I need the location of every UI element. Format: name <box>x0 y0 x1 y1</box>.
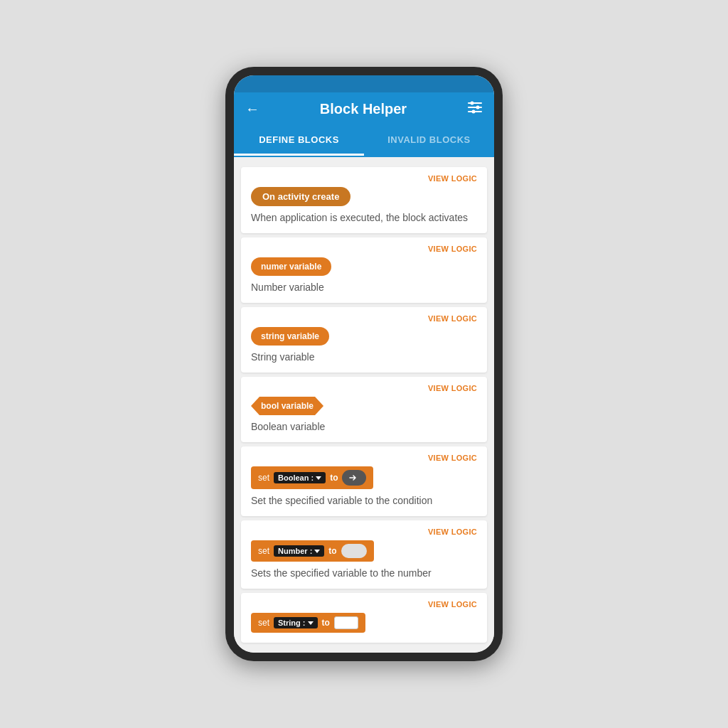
block-description-3: String variable <box>251 351 477 363</box>
chip-numer-variable[interactable]: numer variable <box>251 257 331 276</box>
view-logic-label-3[interactable]: VIEW LOGIC <box>428 314 477 323</box>
svg-point-3 <box>476 106 480 109</box>
chip-set-number[interactable]: set Number : to <box>251 540 374 562</box>
phone-inner: ← Block Helper DEFINE BLOCKS INVALID BLO… <box>234 75 494 653</box>
block-description-6: Sets the specified variable to the numbe… <box>251 567 477 579</box>
block-card-bool-variable: VIEW LOGIC bool variable Boolean variabl… <box>241 377 487 442</box>
block-description-1: When application is executed, the block … <box>251 212 477 223</box>
view-logic-label-7[interactable]: VIEW LOGIC <box>428 600 477 609</box>
tab-define-blocks[interactable]: DEFINE BLOCKS <box>234 126 364 156</box>
block-description-2: Number variable <box>251 282 477 293</box>
block-card-numer-variable: VIEW LOGIC numer variable Number variabl… <box>241 237 487 303</box>
svg-point-1 <box>471 102 474 105</box>
back-button[interactable]: ← <box>245 101 259 117</box>
phone-frame: ← Block Helper DEFINE BLOCKS INVALID BLO… <box>225 67 503 661</box>
chip-set-boolean[interactable]: set Boolean : to <box>251 466 373 489</box>
block-description-4: Boolean variable <box>251 421 477 432</box>
app-header: ← Block Helper <box>234 92 494 126</box>
content-area: VIEW LOGIC On activity create When appli… <box>234 157 494 653</box>
block-card-on-activity-create: VIEW LOGIC On activity create When appli… <box>241 167 487 233</box>
view-logic-label-1[interactable]: VIEW LOGIC <box>428 174 477 183</box>
chip-on-activity-create[interactable]: On activity create <box>251 187 350 206</box>
block-card-set-string: VIEW LOGIC set String : to <box>241 593 487 643</box>
status-bar <box>234 75 494 92</box>
block-card-set-boolean: VIEW LOGIC set Boolean : to <box>241 446 487 516</box>
view-logic-label-6[interactable]: VIEW LOGIC <box>428 528 477 536</box>
view-logic-label-2[interactable]: VIEW LOGIC <box>428 245 477 253</box>
chip-set-string[interactable]: set String : to <box>251 613 365 633</box>
header-title: Block Helper <box>259 101 467 117</box>
tab-invalid-blocks[interactable]: INVALID BLOCKS <box>364 126 494 156</box>
block-card-set-number: VIEW LOGIC set Number : to Sets the spec <box>241 520 487 589</box>
svg-point-5 <box>472 110 476 114</box>
block-card-string-variable: VIEW LOGIC string variable String variab… <box>241 307 487 373</box>
block-description-5: Set the specified variable to the condit… <box>251 495 477 506</box>
chip-bool-variable[interactable]: bool variable <box>251 397 323 415</box>
settings-icon[interactable] <box>467 100 483 119</box>
view-logic-label-4[interactable]: VIEW LOGIC <box>428 384 477 392</box>
tabs-bar: DEFINE BLOCKS INVALID BLOCKS <box>234 126 494 157</box>
view-logic-label-5[interactable]: VIEW LOGIC <box>428 454 477 462</box>
chip-string-variable[interactable]: string variable <box>251 327 329 346</box>
